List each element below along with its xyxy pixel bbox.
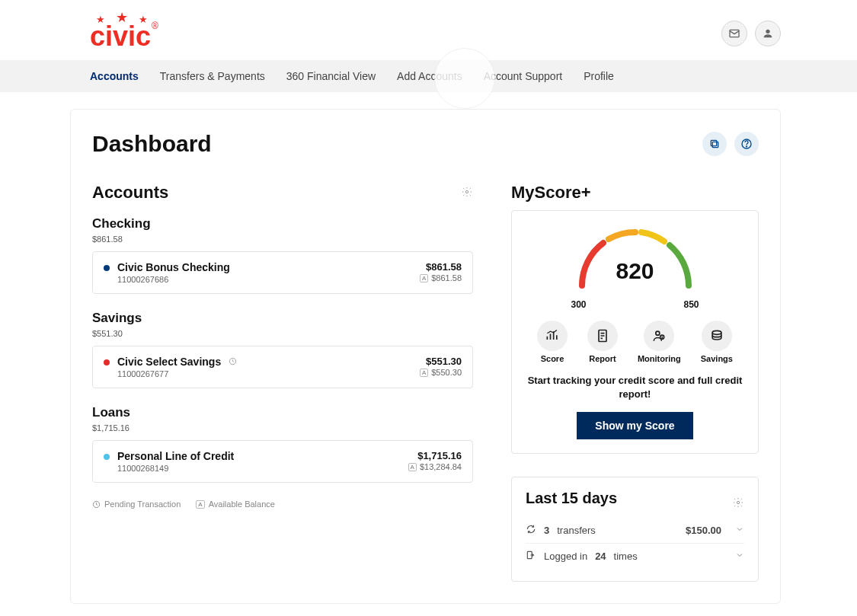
- score-action-label: Score: [541, 354, 564, 363]
- group-total: $861.58: [92, 235, 473, 244]
- gear-icon: [732, 496, 744, 509]
- group-title-savings: Savings: [92, 311, 473, 326]
- account-dot-icon: [104, 454, 110, 460]
- score-action-savings[interactable]: Savings: [701, 321, 733, 363]
- accounts-heading: Accounts: [92, 183, 168, 203]
- svg-point-10: [656, 331, 660, 335]
- available-badge-icon: A: [196, 500, 204, 509]
- account-row[interactable]: Personal Line of Credit11000268149$1,715…: [92, 440, 473, 483]
- account-dot-icon: [104, 265, 110, 271]
- accounts-settings-button[interactable]: [461, 186, 473, 200]
- score-max: 850: [683, 299, 699, 310]
- account-balance: $551.30: [420, 356, 462, 367]
- login-icon: [526, 550, 536, 563]
- activity-row[interactable]: 3transfers$150.00: [526, 518, 744, 543]
- clock-icon: [92, 500, 101, 509]
- account-number: 11000267677: [117, 369, 237, 378]
- score-action-report[interactable]: Report: [587, 321, 618, 363]
- activity-count: 24: [595, 551, 606, 562]
- available-badge-icon: A: [420, 369, 428, 377]
- nav-accounts[interactable]: Accounts: [90, 60, 139, 92]
- account-balance: $1,715.16: [408, 450, 462, 461]
- svg-point-1: [766, 29, 769, 33]
- account-available: $13,284.84: [420, 462, 462, 471]
- score-action-label: Report: [589, 354, 616, 363]
- svg-point-6: [465, 190, 468, 193]
- group-title-loans: Loans: [92, 405, 473, 420]
- svg-point-13: [737, 502, 739, 504]
- civic-logo: ★ ★ ★ civic®: [90, 14, 158, 53]
- bars-icon: [537, 321, 568, 351]
- nav-transfers-payments[interactable]: Transfers & Payments: [160, 60, 265, 92]
- last-15-card: Last 15 days 3transfers$150.00Logged in2…: [511, 477, 759, 582]
- gear-icon: [461, 186, 473, 198]
- nav-profile[interactable]: Profile: [584, 60, 614, 92]
- last-15-title: Last 15 days: [526, 490, 617, 507]
- clock-icon: [229, 357, 237, 368]
- nav-highlight-circle: [434, 48, 495, 109]
- mail-button[interactable]: [721, 21, 747, 46]
- score-action-monitoring[interactable]: Monitoring: [638, 321, 681, 363]
- score-action-label: Savings: [701, 354, 733, 363]
- account-row[interactable]: Civic Bonus Checking11000267686$861.58A$…: [92, 251, 473, 294]
- svg-rect-2: [712, 142, 718, 147]
- score-gauge: 820: [567, 225, 704, 293]
- account-balance: $861.58: [420, 261, 462, 273]
- activity-count: 3: [544, 525, 549, 536]
- account-name: Civic Bonus Checking: [117, 261, 230, 273]
- myscore-text: Start tracking your credit score and ful…: [527, 374, 743, 401]
- registered-icon: ®: [152, 21, 158, 31]
- chevron-down-icon[interactable]: [735, 551, 744, 562]
- score-value: 820: [567, 258, 704, 284]
- account-available: $550.30: [431, 368, 462, 377]
- account-dot-icon: [104, 359, 110, 365]
- doc-icon: [587, 321, 618, 351]
- account-name: Personal Line of Credit: [117, 450, 234, 462]
- available-badge-icon: A: [408, 463, 417, 471]
- group-total: $1,715.16: [92, 423, 473, 432]
- last15-settings-button[interactable]: [732, 496, 744, 511]
- copy-button[interactable]: [702, 132, 727, 156]
- activity-row[interactable]: Logged in24times: [526, 543, 744, 569]
- svg-point-12: [712, 330, 721, 334]
- svg-point-5: [746, 146, 747, 147]
- person-icon: [644, 321, 674, 351]
- group-total: $551.30: [92, 329, 473, 338]
- account-available: $861.58: [431, 273, 462, 282]
- account-row[interactable]: Civic Select Savings11000267677$551.30A$…: [92, 346, 473, 388]
- help-button[interactable]: [734, 132, 759, 156]
- user-icon: [762, 27, 774, 40]
- show-score-button[interactable]: Show my Score: [577, 412, 692, 439]
- nav-account-support[interactable]: Account Support: [484, 60, 563, 92]
- available-badge-icon: A: [420, 274, 428, 282]
- group-title-checking: Checking: [92, 216, 473, 231]
- help-icon: [740, 138, 753, 150]
- myscore-heading: MyScore+: [511, 183, 759, 203]
- coins-icon: [702, 321, 732, 351]
- score-action-score[interactable]: Score: [537, 321, 568, 363]
- svg-rect-3: [711, 140, 716, 145]
- main-nav: AccountsTransfers & Payments360 Financia…: [0, 60, 857, 92]
- account-number: 11000267686: [117, 275, 230, 284]
- score-min: 300: [571, 299, 587, 310]
- logo-text: civic: [90, 21, 151, 52]
- mail-icon: [728, 27, 740, 40]
- myscore-card: 820 300 850 ScoreReportMonitoringSavings…: [511, 210, 759, 454]
- nav--financial-view[interactable]: 360 Financial View: [286, 60, 376, 92]
- chevron-down-icon[interactable]: [735, 525, 744, 536]
- profile-button[interactable]: [755, 21, 781, 46]
- page-title: Dashboard: [92, 131, 212, 157]
- copy-icon: [708, 138, 721, 150]
- account-name: Civic Select Savings: [117, 356, 237, 368]
- activity-amount: $150.00: [686, 525, 721, 536]
- legend-pending: Pending Transaction: [92, 500, 181, 509]
- score-action-label: Monitoring: [638, 354, 681, 363]
- refresh-icon: [526, 524, 536, 537]
- account-number: 11000268149: [117, 464, 234, 473]
- legend-available: A Available Balance: [196, 500, 275, 509]
